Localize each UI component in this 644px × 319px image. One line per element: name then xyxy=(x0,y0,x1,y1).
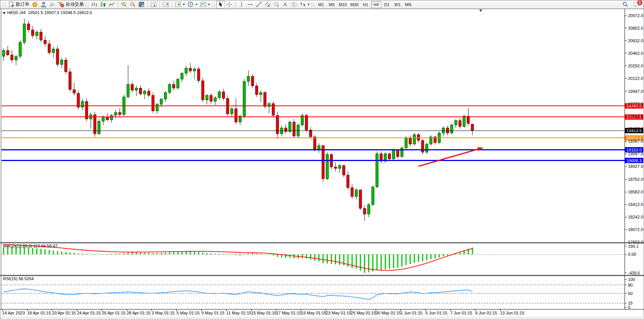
svg-text:100: 100 xyxy=(628,277,635,282)
macd-bar xyxy=(252,253,253,254)
candle xyxy=(417,134,420,140)
chart-title[interactable]: HK50-,H4 19501.5 19507.5 19348.5 19413.5 xyxy=(3,10,92,15)
macd-bar xyxy=(198,252,199,254)
new-order-button[interactable]: 新订单 xyxy=(7,1,30,8)
macd-bar xyxy=(277,254,278,257)
templates-button[interactable] xyxy=(199,1,211,8)
svg-text:20 Apr 01:15: 20 Apr 01:15 xyxy=(52,311,76,315)
macd-bar xyxy=(318,254,319,261)
candle xyxy=(409,137,411,144)
candle xyxy=(471,124,474,131)
symbol-dropdown-icon[interactable] xyxy=(3,12,6,14)
candle xyxy=(405,137,407,148)
dropdown-caret xyxy=(208,4,210,5)
text-label-button[interactable]: T xyxy=(290,1,298,8)
horizontal-line-button[interactable] xyxy=(246,1,255,8)
arrows-icon xyxy=(300,1,306,8)
macd-bar xyxy=(36,249,37,254)
macd-bar xyxy=(389,254,390,269)
toolbar-grip[interactable] xyxy=(312,2,314,7)
candle xyxy=(454,121,457,125)
macd-bar xyxy=(107,254,108,254)
macd-bar xyxy=(136,252,137,254)
candle xyxy=(397,150,399,156)
fibonacci-button[interactable]: F xyxy=(272,1,281,8)
chart-shift-button[interactable] xyxy=(161,1,170,8)
timeframe-button-M5[interactable]: M5 xyxy=(327,1,337,8)
macd-bar xyxy=(360,254,361,271)
market-button[interactable] xyxy=(30,1,39,8)
timeframe-button-M1[interactable]: M1 xyxy=(316,1,326,8)
cursor-button[interactable] xyxy=(216,1,225,8)
chart-canvas[interactable]: 190.10.00-439.6100805015014 Apr 202318 A… xyxy=(0,0,644,319)
vertical-line-button[interactable] xyxy=(237,1,246,8)
line-chart-button[interactable] xyxy=(107,1,116,8)
equidistant-channel-button[interactable]: E xyxy=(263,1,272,8)
rsi-layer: 1008050150 xyxy=(2,277,635,309)
chart-shift-marker[interactable] xyxy=(479,10,482,12)
macd-bar xyxy=(45,249,46,254)
svg-text:7 Jun 01:15: 7 Jun 01:15 xyxy=(450,311,472,315)
candle xyxy=(102,117,105,121)
svg-text:3 May 01:15: 3 May 01:15 xyxy=(151,311,175,315)
zoom-in-button[interactable] xyxy=(120,1,128,8)
chat-button[interactable]: 1 xyxy=(632,1,641,8)
candle xyxy=(363,208,366,214)
candle xyxy=(206,96,208,100)
timeframe-button-D1[interactable]: D1 xyxy=(382,1,392,8)
macd-bar xyxy=(40,249,41,254)
periods-button[interactable] xyxy=(186,1,199,8)
svg-text:25 May 01:15: 25 May 01:15 xyxy=(351,311,376,315)
arrows-button[interactable] xyxy=(298,1,311,8)
timeframe-button-W1[interactable]: W1 xyxy=(392,1,403,8)
bar-chart-button[interactable] xyxy=(90,1,99,8)
candle xyxy=(143,91,146,94)
macd-bar xyxy=(339,254,340,265)
macd-bar xyxy=(418,254,419,262)
price-scale[interactable]: 19747.219597.319413.519313.219153.019008… xyxy=(625,13,643,244)
toolbar-grip[interactable] xyxy=(86,2,88,7)
search-button[interactable] xyxy=(621,1,630,8)
candlestick-chart-button[interactable] xyxy=(99,1,107,8)
text-button[interactable]: A xyxy=(281,1,290,8)
svg-text:F: F xyxy=(277,5,279,8)
candle xyxy=(6,50,9,55)
candle xyxy=(164,93,167,99)
autotrading-button[interactable]: 自动交易 xyxy=(57,1,85,8)
svg-text:18072.0: 18072.0 xyxy=(628,227,643,232)
trendline-button[interactable] xyxy=(255,1,263,8)
candle xyxy=(23,24,26,42)
macd-bar xyxy=(368,254,369,273)
toolbar-grip[interactable] xyxy=(3,2,5,7)
macd-bar xyxy=(128,253,129,254)
macd-bar xyxy=(352,254,353,268)
notification-badge: 1 xyxy=(637,0,642,5)
signals-button[interactable] xyxy=(48,1,57,8)
macd-bar xyxy=(273,254,274,255)
time-scale[interactable]: 14 Apr 202318 Apr 01:1520 Apr 01:1524 Ap… xyxy=(2,309,524,315)
crosshair-button[interactable] xyxy=(225,1,234,8)
toolbar-grip[interactable] xyxy=(212,2,215,7)
timeframe-button-M15[interactable]: M15 xyxy=(337,1,348,8)
text-icon: A xyxy=(282,1,289,8)
timeframe-button-MN[interactable]: MN xyxy=(403,1,413,8)
timeframe-button-H1[interactable]: H1 xyxy=(360,1,371,8)
zoom-out-button[interactable] xyxy=(128,1,137,8)
indicators-button[interactable] xyxy=(174,1,186,8)
chart-ohlc-values: 19501.5 19507.5 19348.5 19413.5 xyxy=(28,10,92,15)
macd-bar xyxy=(293,254,295,258)
candle xyxy=(255,86,258,94)
profile-button[interactable] xyxy=(39,1,48,8)
candle xyxy=(40,32,42,40)
macd-bar xyxy=(123,253,124,254)
candle xyxy=(347,175,349,188)
macd-bar xyxy=(430,254,432,259)
candle xyxy=(260,93,262,95)
candle xyxy=(367,205,370,214)
auto-scroll-button[interactable] xyxy=(149,1,158,8)
candle xyxy=(177,79,179,88)
candle xyxy=(181,73,183,80)
timeframe-button-H4[interactable]: H4 xyxy=(371,1,381,8)
timeframe-button-M30[interactable]: M30 xyxy=(349,1,360,8)
tile-windows-button[interactable] xyxy=(137,1,146,8)
